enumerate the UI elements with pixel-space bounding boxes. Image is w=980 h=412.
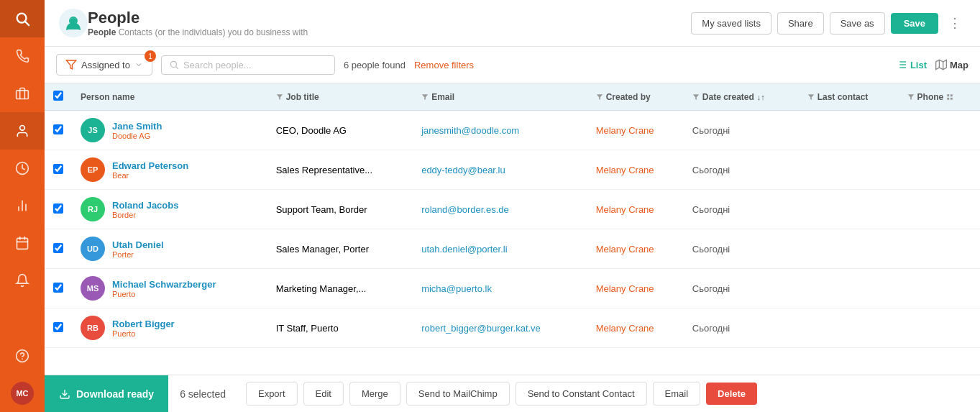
- job-title-cell: Sales Representative...: [267, 150, 413, 190]
- job-title-cell: CEO, Doodle AG: [267, 111, 413, 150]
- merge-button[interactable]: Merge: [349, 382, 400, 406]
- job-title-cell: Marketing Manager,...: [267, 269, 413, 308]
- sidebar-item-companies[interactable]: [0, 75, 45, 112]
- search-icon: [169, 60, 179, 70]
- creator-name[interactable]: Melany Crane: [596, 165, 654, 175]
- main-content: People People Contacts (or the individua…: [45, 0, 980, 412]
- download-ready-button[interactable]: Download ready: [45, 375, 168, 412]
- created-by-cell: Melany Crane: [587, 229, 684, 269]
- filter-count-badge: 1: [145, 50, 156, 62]
- date-created-cell: Сьогодні: [684, 308, 799, 348]
- svg-rect-37: [948, 97, 950, 99]
- person-company[interactable]: Porter: [112, 250, 164, 259]
- person-name[interactable]: Utah Deniel: [112, 239, 164, 250]
- date-created-cell: Сьогодні: [684, 229, 799, 269]
- remove-filters-link[interactable]: Remove filters: [414, 60, 474, 70]
- share-button[interactable]: Share: [777, 12, 824, 35]
- my-saved-lists-button[interactable]: My saved lists: [691, 12, 771, 35]
- sidebar-item-people[interactable]: [0, 112, 45, 150]
- email-cell: eddy-teddy@bear.lu: [413, 150, 587, 190]
- sidebar-item-calls[interactable]: [0, 37, 45, 75]
- email-link[interactable]: utah.deniel@porter.li: [421, 244, 507, 255]
- svg-rect-34: [948, 94, 950, 96]
- phone-cell: [899, 269, 980, 308]
- person-name[interactable]: Robert Bigger: [112, 319, 175, 329]
- row-checkbox-cell[interactable]: [45, 111, 72, 150]
- list-view-button[interactable]: List: [896, 59, 927, 70]
- table-row: UD Utah Deniel Porter Sales Manager, Por…: [45, 229, 980, 269]
- people-icon: [59, 9, 88, 37]
- sidebar-item-search[interactable]: [0, 0, 45, 37]
- person-company[interactable]: Doodle AG: [112, 132, 162, 140]
- email-button[interactable]: Email: [653, 382, 701, 406]
- sidebar-user-avatar[interactable]: MC: [0, 375, 45, 412]
- email-link[interactable]: micha@puerto.lk: [421, 283, 492, 294]
- email-cell: utah.deniel@porter.li: [413, 229, 587, 269]
- person-company[interactable]: Border: [112, 211, 178, 219]
- col-phone: Phone: [899, 83, 980, 111]
- last-contact-cell: [799, 111, 899, 150]
- creator-name[interactable]: Melany Crane: [596, 283, 654, 294]
- job-title-cell: IT Staff, Puerto: [267, 308, 413, 348]
- send-mailchimp-button[interactable]: Send to MailChimp: [406, 382, 510, 406]
- more-options-button[interactable]: ⋮: [944, 12, 966, 34]
- download-label: Download ready: [76, 388, 154, 400]
- creator-name[interactable]: Melany Crane: [596, 125, 654, 136]
- email-link[interactable]: eddy-teddy@bear.lu: [421, 165, 505, 175]
- row-checkbox-cell[interactable]: [45, 150, 72, 190]
- filter-col-icon: [807, 93, 815, 101]
- map-view-button[interactable]: Map: [935, 59, 968, 70]
- sidebar-item-reports[interactable]: [0, 187, 45, 224]
- edit-button[interactable]: Edit: [303, 382, 344, 406]
- row-checkbox-cell[interactable]: [45, 229, 72, 269]
- avatar: RJ: [81, 197, 105, 221]
- selected-count: 6 selected: [168, 388, 237, 400]
- col-settings-icon[interactable]: [946, 93, 953, 101]
- email-link[interactable]: robert_bigger@burger.kat.ve: [421, 323, 541, 334]
- save-as-button[interactable]: Save as: [830, 12, 885, 35]
- assigned-to-filter[interactable]: Assigned to 1: [56, 54, 152, 75]
- send-constant-contact-button[interactable]: Send to Constant Contact: [516, 382, 647, 406]
- row-checkbox-cell[interactable]: [45, 190, 72, 229]
- save-button[interactable]: Save: [891, 13, 938, 34]
- row-checkbox-cell[interactable]: [45, 308, 72, 348]
- list-icon: [896, 59, 907, 70]
- row-checkbox[interactable]: [53, 243, 63, 253]
- delete-button[interactable]: Delete: [706, 383, 757, 405]
- header-titles: People People Contacts (or the individua…: [88, 9, 691, 37]
- row-checkbox[interactable]: [53, 322, 63, 332]
- sidebar-item-notifications[interactable]: [0, 262, 45, 299]
- creator-name[interactable]: Melany Crane: [596, 204, 654, 215]
- avatar: JS: [81, 118, 105, 142]
- person-name[interactable]: Roland Jacobs: [112, 200, 178, 211]
- svg-marker-33: [907, 94, 913, 100]
- col-date-created: Date created ↓↑: [684, 83, 799, 111]
- avatar: RB: [81, 316, 105, 340]
- email-link[interactable]: roland@border.es.de: [421, 204, 509, 215]
- sidebar-item-activities[interactable]: [0, 224, 45, 262]
- search-input[interactable]: [183, 60, 327, 70]
- select-all-checkbox[interactable]: [53, 91, 63, 101]
- creator-name[interactable]: Melany Crane: [596, 323, 654, 334]
- filter-col-icon: [692, 93, 700, 101]
- phone-cell: [899, 308, 980, 348]
- row-checkbox[interactable]: [53, 283, 63, 293]
- person-name[interactable]: Jane Smith: [112, 121, 162, 132]
- person-name[interactable]: Michael Schwarzberger: [112, 279, 216, 290]
- created-by-cell: Melany Crane: [587, 308, 684, 348]
- sidebar-item-help[interactable]: [0, 337, 45, 375]
- col-person-name: Person name: [72, 83, 267, 111]
- creator-name[interactable]: Melany Crane: [596, 244, 654, 255]
- row-checkbox[interactable]: [53, 164, 63, 174]
- person-company[interactable]: Puerto: [112, 290, 216, 298]
- person-company[interactable]: Bear: [112, 171, 188, 180]
- person-company[interactable]: Puerto: [112, 329, 175, 338]
- row-checkbox[interactable]: [53, 124, 63, 134]
- export-button[interactable]: Export: [246, 382, 298, 406]
- person-name[interactable]: Edward Peterson: [112, 160, 188, 171]
- email-link[interactable]: janesmith@doodle.com: [421, 125, 519, 136]
- row-checkbox[interactable]: [53, 203, 63, 214]
- select-all-header[interactable]: [45, 83, 72, 111]
- row-checkbox-cell[interactable]: [45, 269, 72, 308]
- sidebar-item-deals[interactable]: [0, 150, 45, 187]
